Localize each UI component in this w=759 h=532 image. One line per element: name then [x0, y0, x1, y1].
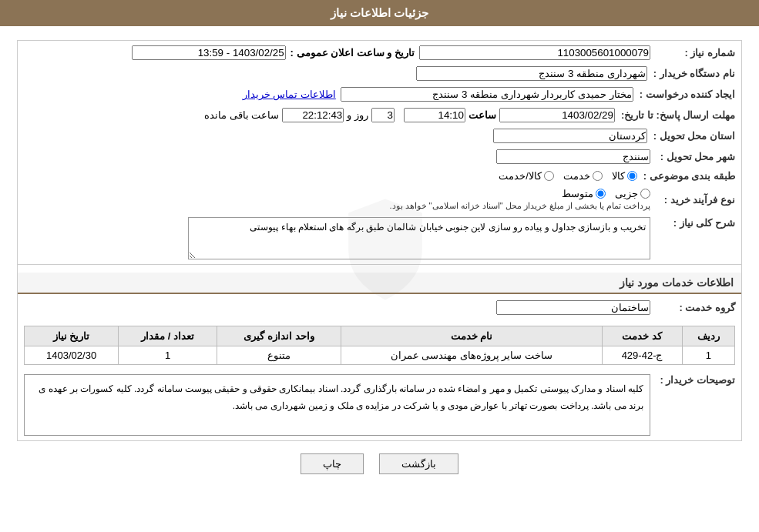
category-row: طبقه بندی موضوعی : کالا خدمت: [18, 169, 741, 183]
category-khadamat-radio[interactable]: [593, 171, 603, 181]
buyer-org-label: نام دستگاه خریدار :: [647, 68, 735, 79]
reply-days-input[interactable]: [371, 108, 395, 122]
process-motavaset-radio[interactable]: [596, 189, 606, 199]
col-header-need-date: تاریخ نیاز: [25, 326, 119, 346]
buyer-notes-label: توصیحات خریدار :: [650, 374, 735, 386]
category-label: طبقه بندی موضوعی :: [637, 170, 735, 182]
cell-unit: متنوع: [217, 346, 341, 365]
cell-service-name: ساخت سایر پروژه‌های مهندسی عمران: [341, 346, 603, 365]
creator-label: ایجاد کننده درخواست :: [633, 89, 735, 100]
services-section-title: اطلاعات خدمات مورد نیاز: [18, 273, 741, 294]
services-table: ردیف کد خدمت نام خدمت واحد اندازه گیری ت…: [24, 326, 735, 365]
service-group-row: گروه خدمت :: [18, 299, 741, 316]
process-note: پرداخت تمام یا بخشی از مبلغ خریداز محل "…: [389, 201, 650, 211]
announce-date-label: تاریخ و ساعت اعلان عمومی :: [291, 47, 415, 59]
table-row: 1 ج-42-429 ساخت سایر پروژه‌های مهندسی عم…: [25, 346, 735, 365]
buttons-row: بازگشت چاپ: [12, 453, 747, 474]
page-header: جزئیات اطلاعات نیاز: [0, 0, 759, 26]
category-khadamat-label: خدمت: [563, 170, 590, 182]
buyer-notes-text: کلیه اسناد و مدارک پیوستی تکمیل و مهر و …: [24, 374, 650, 436]
reply-date-input[interactable]: [499, 108, 615, 122]
cell-need-date: 1403/02/30: [25, 346, 119, 365]
need-number-input[interactable]: [419, 45, 650, 60]
buyer-notes-row: توصیحات خریدار : کلیه اسناد و مدارک پیوس…: [18, 373, 741, 437]
col-header-service-code: کد خدمت: [602, 326, 682, 346]
page-title: جزئیات اطلاعات نیاز: [331, 6, 428, 19]
cell-service-code: ج-42-429: [602, 346, 682, 365]
cell-row-num: 1: [682, 346, 734, 365]
reply-deadline-row: مهلت ارسال پاسخ: تا تاریخ: ساعت روز و سا…: [18, 106, 741, 124]
announce-date-input[interactable]: [132, 45, 286, 60]
need-number-row: شماره نیاز : تاریخ و ساعت اعلان عمومی :: [18, 44, 741, 62]
reply-remaining-label: ساعت باقی مانده: [204, 109, 279, 121]
contact-link[interactable]: اطلاعات تماس خریدار: [243, 89, 336, 100]
category-khadamat-item[interactable]: خدمت: [563, 170, 603, 182]
need-description-row: شرح کلی نیاز : تخریب و بازسازی جداول و پ…: [18, 216, 741, 261]
service-group-input[interactable]: [496, 300, 650, 315]
process-motavaset-label: متوسط: [562, 188, 593, 199]
reply-deadline-label: مهلت ارسال پاسخ: تا تاریخ:: [615, 109, 735, 121]
service-group-label: گروه خدمت :: [650, 302, 735, 313]
category-both-item[interactable]: کالا/خدمت: [499, 170, 554, 182]
cell-quantity: 1: [119, 346, 217, 365]
category-kala-label: کالا: [612, 170, 625, 182]
reply-time-input[interactable]: [404, 108, 465, 122]
process-jozi-item[interactable]: جزیی: [615, 188, 650, 199]
need-description-textarea[interactable]: تخریب و بازسازی جداول و پیاده رو سازی لا…: [188, 217, 650, 259]
buyer-org-row: نام دستگاه خریدار :: [18, 65, 741, 82]
process-label: نوع فرآیند خرید :: [650, 194, 735, 206]
reply-day-label: روز و: [347, 109, 368, 121]
services-table-wrapper: ردیف کد خدمت نام خدمت واحد اندازه گیری ت…: [18, 320, 741, 368]
province-input[interactable]: [493, 129, 647, 143]
province-row: استان محل تحویل :: [18, 127, 741, 145]
need-description-label: شرح کلی نیاز :: [650, 217, 735, 229]
col-header-service-name: نام خدمت: [341, 326, 603, 346]
city-label: شهر محل تحویل :: [650, 151, 735, 162]
creator-input[interactable]: [341, 87, 633, 102]
province-label: استان محل تحویل :: [647, 130, 735, 142]
back-button[interactable]: بازگشت: [379, 453, 458, 474]
category-kala-item[interactable]: کالا: [612, 170, 637, 182]
city-row: شهر محل تحویل :: [18, 148, 741, 166]
process-jozi-label: جزیی: [615, 188, 638, 199]
buyer-org-input[interactable]: [416, 66, 647, 81]
process-motavaset-item[interactable]: متوسط: [562, 188, 606, 199]
reply-days-input-box: [371, 108, 395, 122]
need-number-value: تاریخ و ساعت اعلان عمومی :: [24, 45, 650, 60]
col-header-unit: واحد اندازه گیری: [217, 326, 341, 346]
reply-time-label: ساعت: [468, 109, 496, 121]
category-both-radio[interactable]: [544, 171, 554, 181]
print-button[interactable]: چاپ: [301, 453, 364, 474]
col-header-row-num: ردیف: [682, 326, 734, 346]
process-row: نوع فرآیند خرید : جزیی متوسط پرداخت تمام…: [18, 186, 741, 212]
category-kala-radio[interactable]: [627, 171, 637, 181]
creator-row: ایجاد کننده درخواست : اطلاعات تماس خریدا…: [18, 85, 741, 103]
reply-remaining-input[interactable]: [282, 108, 344, 122]
city-input[interactable]: [496, 149, 650, 164]
need-number-label: شماره نیاز :: [650, 47, 735, 59]
col-header-quantity: تعداد / مقدار: [119, 326, 217, 346]
process-jozi-radio[interactable]: [640, 189, 650, 199]
category-radio-group: کالا خدمت کالا/خدمت: [499, 170, 637, 182]
category-both-label: کالا/خدمت: [499, 170, 542, 182]
process-radio-group: جزیی متوسط: [562, 188, 650, 199]
